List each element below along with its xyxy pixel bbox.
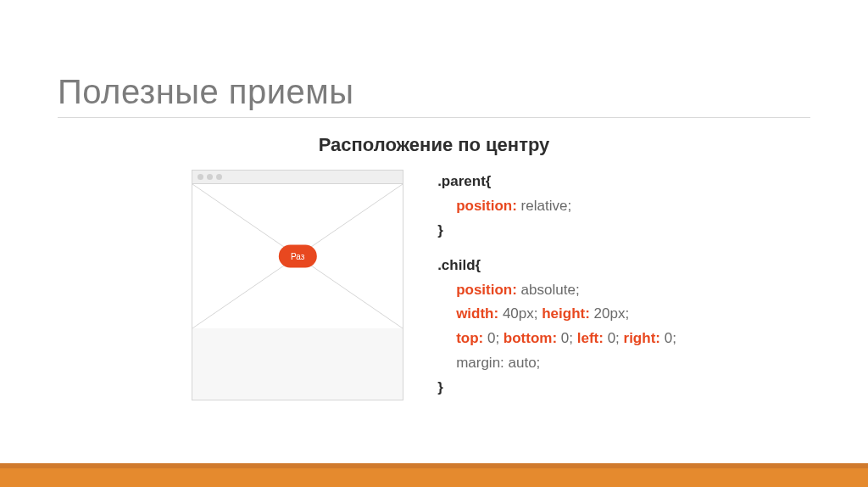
content-row: Раз .parent{ position: relative; } .chil… (0, 170, 868, 400)
css-val: 40px; (498, 305, 542, 322)
code-line: top: 0; bottom: 0; left: 0; right: 0; (437, 327, 676, 351)
code-line: .parent{ (437, 170, 676, 194)
browser-titlebar (192, 171, 403, 184)
css-prop: position: (456, 198, 517, 214)
footer-band-bottom (0, 468, 868, 487)
selector-parent: .parent{ (437, 173, 491, 189)
css-val: relative; (517, 198, 571, 214)
subtitle: Расположение по центру (0, 134, 868, 156)
css-val: 20px; (590, 305, 629, 322)
css-prop: bottom: (504, 330, 557, 346)
css-line-margin: margin: auto; (456, 355, 540, 371)
css-prop: height: (542, 305, 590, 322)
footer-bands (0, 463, 868, 487)
window-dot-icon (216, 174, 222, 180)
css-val: 0; (483, 330, 504, 346)
css-val: 0; (660, 330, 676, 346)
css-prop: left: (577, 330, 604, 346)
window-dot-icon (198, 174, 203, 180)
css-val: absolute; (517, 282, 580, 298)
browser-viewport: Раз (192, 184, 403, 328)
css-prop: width: (456, 305, 498, 322)
code-line: width: 40px; height: 20px; (437, 302, 676, 327)
code-line: } (437, 376, 676, 400)
code-line: position: relative; (437, 194, 676, 219)
centered-child: Раз (279, 245, 316, 268)
code-line: position: absolute; (437, 278, 676, 303)
page-title: Полезные приемы (58, 73, 354, 111)
code-block: .parent{ position: relative; } .child{ p… (437, 170, 676, 400)
brace-close: } (437, 222, 443, 238)
css-prop: position: (456, 282, 517, 298)
title-divider (58, 117, 810, 118)
css-val: 0; (604, 330, 624, 346)
brace-close: } (437, 379, 443, 395)
code-line: margin: auto; (437, 351, 676, 376)
spacer (437, 244, 676, 254)
css-prop: top: (456, 330, 483, 346)
window-dot-icon (207, 174, 213, 180)
slide: Полезные приемы Расположение по центру Р… (0, 0, 868, 487)
css-prop: right: (624, 330, 660, 346)
selector-child: .child{ (437, 257, 481, 273)
css-val: 0; (557, 330, 577, 346)
code-line: .child{ (437, 254, 676, 278)
code-line: } (437, 219, 676, 244)
browser-mock: Раз (192, 170, 403, 400)
